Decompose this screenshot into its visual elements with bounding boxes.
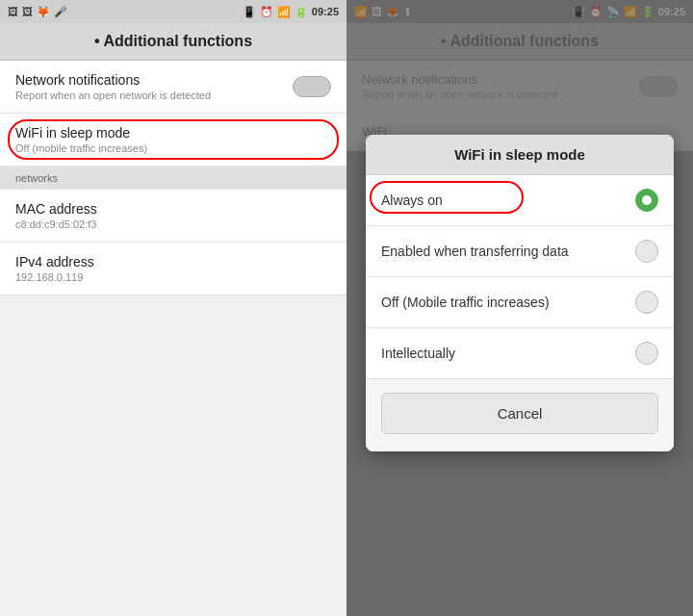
left-panel: 🖼 🖼 🦊 🎤 📳 ⏰ 📶 🔋 09:25 • Additional funct… bbox=[0, 0, 346, 616]
mac-address-title: MAC address bbox=[15, 201, 331, 217]
always-on-option[interactable]: Always on bbox=[366, 175, 674, 226]
status-bar-right-icons: 📳 ⏰ 📶 🔋 09:25 bbox=[243, 6, 339, 18]
wifi-sleep-dialog: WiFi in sleep mode Always on Enabled whe… bbox=[366, 135, 674, 451]
mac-address-text: MAC address c8:dd:c9:d5:02:f3 bbox=[15, 201, 331, 230]
photo2-icon: 🖼 bbox=[22, 6, 33, 17]
vibrate-icon: 📳 bbox=[243, 6, 256, 18]
dialog-title: WiFi in sleep mode bbox=[366, 135, 674, 175]
left-panel-content: Network notifications Report when an ope… bbox=[0, 61, 346, 616]
off-mobile-option[interactable]: Off (Mobile traffic increases) bbox=[366, 277, 674, 328]
enabled-transferring-radio[interactable] bbox=[635, 240, 658, 263]
mac-address-item: MAC address c8:dd:c9:d5:02:f3 bbox=[0, 190, 346, 243]
ipv4-address-title: IPv4 address bbox=[15, 254, 331, 270]
enabled-transferring-option[interactable]: Enabled when transferring data bbox=[366, 226, 674, 277]
off-mobile-label: Off (Mobile traffic increases) bbox=[381, 295, 550, 310]
always-on-radio[interactable] bbox=[635, 189, 658, 212]
ipv4-address-text: IPv4 address 192.168.0.119 bbox=[15, 254, 331, 283]
battery-icon: 🔋 bbox=[295, 6, 308, 18]
ipv4-address-value: 192.168.0.119 bbox=[15, 271, 331, 283]
network-notifications-toggle[interactable] bbox=[293, 76, 331, 97]
cancel-button[interactable]: Cancel bbox=[381, 393, 658, 434]
network-notifications-item[interactable]: Network notifications Report when an ope… bbox=[0, 61, 346, 114]
right-panel: 📶 🖼 🦊 ⬇ 📳 ⏰ 📡 📶 🔋 09:25 • Additional fun… bbox=[346, 0, 693, 616]
network-notifications-subtitle: Report when an open network is detected bbox=[15, 90, 293, 101]
ipv4-address-item: IPv4 address 192.168.0.119 bbox=[0, 243, 346, 295]
wifi-sleep-mode-subtitle: Off (mobile traffic increases) bbox=[15, 142, 331, 154]
network-notifications-text: Network notifications Report when an ope… bbox=[15, 72, 293, 101]
status-bar-left-icons: 🖼 🖼 🦊 🎤 bbox=[8, 6, 67, 18]
enabled-transferring-label: Enabled when transferring data bbox=[381, 244, 569, 259]
mac-address-value: c8:dd:c9:d5:02:f3 bbox=[15, 218, 331, 230]
wifi-sleep-mode-title: WiFi in sleep mode bbox=[15, 125, 331, 141]
network-notifications-title: Network notifications bbox=[15, 72, 293, 88]
always-on-label: Always on bbox=[381, 192, 443, 208]
time-display: 09:25 bbox=[312, 6, 339, 17]
settings-list: Network notifications Report when an ope… bbox=[0, 61, 346, 295]
off-mobile-radio[interactable] bbox=[635, 291, 658, 314]
clock-icon: ⏰ bbox=[260, 6, 273, 18]
networks-divider: networks bbox=[0, 167, 346, 190]
photo-icon: 🖼 bbox=[8, 6, 18, 17]
intellectually-option[interactable]: Intellectually bbox=[366, 328, 674, 379]
mic-icon: 🎤 bbox=[54, 6, 67, 18]
signal-icon: 📶 bbox=[277, 6, 291, 18]
intellectually-label: Intellectually bbox=[381, 346, 455, 361]
intellectually-radio[interactable] bbox=[635, 342, 658, 365]
cancel-container: Cancel bbox=[366, 379, 674, 451]
left-panel-header: • Additional functions bbox=[0, 23, 346, 61]
wifi-sleep-mode-item[interactable]: WiFi in sleep mode Off (mobile traffic i… bbox=[0, 114, 346, 167]
fox-icon: 🦊 bbox=[37, 6, 50, 18]
left-status-bar: 🖼 🖼 🦊 🎤 📳 ⏰ 📶 🔋 09:25 bbox=[0, 0, 346, 23]
